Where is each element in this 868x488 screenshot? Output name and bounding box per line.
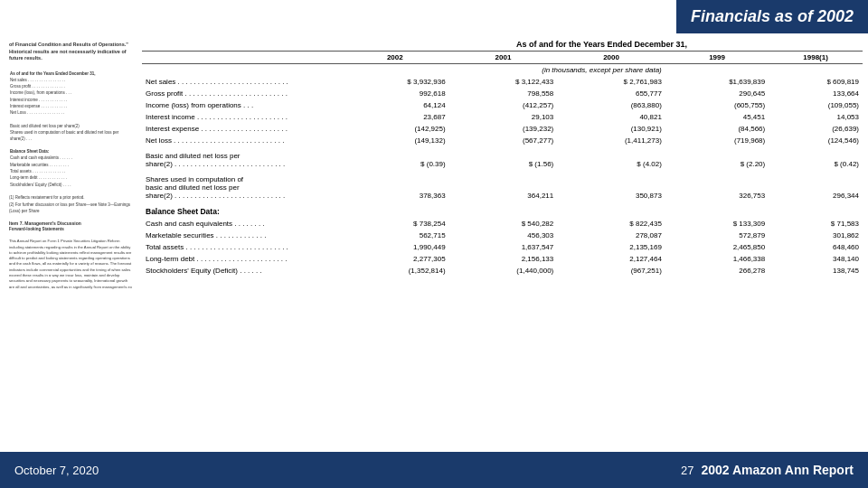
col-header-2000: 2000 bbox=[557, 52, 665, 64]
footer-page-number: 27 bbox=[681, 464, 693, 477]
row-val: 1,466,338 bbox=[665, 253, 769, 265]
row-val: (124,546) bbox=[769, 135, 863, 146]
row-val: 278,087 bbox=[557, 230, 665, 241]
table-row: Long-term debt . . . . . . . . . . . . .… bbox=[142, 253, 863, 265]
row-val: 798,558 bbox=[449, 88, 558, 99]
table-row: Marketable securities . . . . . . . . . … bbox=[142, 230, 863, 241]
row-val: 648,460 bbox=[769, 241, 863, 253]
financials-header: Financials as of 2002 bbox=[676, 0, 868, 33]
left-row-bold: Balance Sheet Data: bbox=[9, 149, 133, 155]
row-val: $ 3,932,936 bbox=[341, 76, 449, 88]
main-financial-panel: As of and for the Years Ended December 3… bbox=[142, 38, 863, 446]
row-val: $ 71,583 bbox=[769, 218, 863, 230]
col-header-2001: 2001 bbox=[449, 52, 558, 64]
row-label-eps: Basic and diluted net loss pershare(2) .… bbox=[142, 150, 341, 170]
footer-right: 27 2002 Amazon Ann Report bbox=[681, 463, 854, 477]
row-val: 2,277,305 bbox=[341, 253, 449, 265]
row-label-shares: Shares used in computation ofbasic and d… bbox=[142, 174, 341, 202]
row-val: (130,921) bbox=[557, 123, 665, 135]
row-val: $1,639,839 bbox=[665, 76, 769, 88]
row-val: (149,132) bbox=[341, 135, 449, 146]
left-item7-heading: Item 7. Management's Discussion bbox=[9, 221, 133, 227]
table-row: Interest income . . . . . . . . . . . . … bbox=[142, 111, 863, 123]
row-label-net-sales: Net sales . . . . . . . . . . . . . . . … bbox=[142, 76, 341, 88]
row-val: 133,664 bbox=[769, 88, 863, 99]
table-row: Gross profit . . . . . . . . . . . . . .… bbox=[142, 88, 863, 99]
row-val: 14,053 bbox=[769, 111, 863, 123]
footer-report-title: 2002 Amazon Ann Report bbox=[701, 463, 854, 477]
row-val: (967,251) bbox=[557, 265, 665, 277]
row-val: (1,411,273) bbox=[557, 135, 665, 146]
row-val: 301,862 bbox=[769, 230, 863, 241]
row-val: $ 738,254 bbox=[341, 218, 449, 230]
row-val: 456,303 bbox=[449, 230, 558, 241]
row-val: 29,103 bbox=[449, 111, 558, 123]
row-val: (567,277) bbox=[449, 135, 558, 146]
row-val: 290,645 bbox=[665, 88, 769, 99]
left-row: Income (loss), from operations . . . bbox=[9, 90, 133, 97]
left-forward-looking: Forward-looking Statements bbox=[9, 227, 133, 232]
row-val: 350,873 bbox=[557, 174, 665, 202]
left-row: Shares used in computation of basic and … bbox=[9, 130, 133, 143]
row-val: (1,440,000) bbox=[449, 265, 558, 277]
row-label-equity: Stockholders' Equity (Deficit) . . . . .… bbox=[142, 265, 341, 277]
table-label-header bbox=[142, 38, 341, 52]
table-row: Basic and diluted net loss pershare(2) .… bbox=[142, 150, 863, 170]
row-val: $ (0.42) bbox=[769, 150, 863, 170]
row-val: $ (2.20) bbox=[665, 150, 769, 170]
left-row: Basic and diluted net loss per share(2) bbox=[9, 123, 133, 129]
table-row: Total assets . . . . . . . . . . . . . .… bbox=[142, 241, 863, 253]
row-val: 378,363 bbox=[341, 174, 449, 202]
row-val: (412,257) bbox=[449, 99, 558, 111]
row-label-total-assets: Total assets . . . . . . . . . . . . . .… bbox=[142, 241, 341, 253]
left-row: Net sales . . . . . . . . . . . . . . . … bbox=[9, 77, 133, 83]
left-row: Cash and cash equivalents . . . . . . bbox=[9, 155, 133, 162]
row-label-marketable: Marketable securities . . . . . . . . . … bbox=[142, 230, 341, 241]
row-val: 64,124 bbox=[341, 99, 449, 111]
row-val: 326,753 bbox=[665, 174, 769, 202]
left-row: Stockholders' Equity (Deficit) . . . . bbox=[9, 182, 133, 188]
row-val: 992,618 bbox=[341, 88, 449, 99]
row-val: 2,127,464 bbox=[557, 253, 665, 265]
left-footnote: (1) Reflects restatement for a prior per… bbox=[9, 194, 133, 214]
row-val: $ 2,761,983 bbox=[557, 76, 665, 88]
row-label-cash: Cash and cash equivalents . . . . . . . … bbox=[142, 218, 341, 230]
row-val: $ 822,435 bbox=[557, 218, 665, 230]
row-val: (142,925) bbox=[341, 123, 449, 135]
table-row: Cash and cash equivalents . . . . . . . … bbox=[142, 218, 863, 230]
row-val: 40,821 bbox=[557, 111, 665, 123]
left-table-header: As of and for the Years Ended December 3… bbox=[9, 70, 133, 77]
left-summary-table: As of and for the Years Ended December 3… bbox=[9, 70, 133, 188]
row-val: 2,465,850 bbox=[665, 241, 769, 253]
left-body-text: This Annual Report on Form 1 Private Sec… bbox=[9, 239, 133, 290]
table-sub-header: (in thousands, except per share data) bbox=[341, 64, 863, 77]
table-row: Net sales . . . . . . . . . . . . . . . … bbox=[142, 76, 863, 88]
row-label-net-loss: Net loss . . . . . . . . . . . . . . . .… bbox=[142, 135, 341, 146]
row-val: (109,055) bbox=[769, 99, 863, 111]
footer-bar: October 7, 2020 27 2002 Amazon Ann Repor… bbox=[0, 452, 868, 488]
left-row: Interest expense . . . . . . . . . . . . bbox=[9, 104, 133, 110]
row-val: 364,211 bbox=[449, 174, 558, 202]
row-val: 655,777 bbox=[557, 88, 665, 99]
row-val: (26,639) bbox=[769, 123, 863, 135]
row-val: $ 609,819 bbox=[769, 76, 863, 88]
table-subheader-spacer bbox=[142, 64, 341, 77]
row-label-gross-profit: Gross profit . . . . . . . . . . . . . .… bbox=[142, 88, 341, 99]
row-val: 266,278 bbox=[665, 265, 769, 277]
left-row: Marketable securities . . . . . . . . . bbox=[9, 162, 133, 168]
row-label-interest-income: Interest income . . . . . . . . . . . . … bbox=[142, 111, 341, 123]
row-val: 348,140 bbox=[769, 253, 863, 265]
row-val: (1,352,814) bbox=[341, 265, 449, 277]
table-label-spacer bbox=[142, 52, 341, 64]
left-heading: of Financial Condition and Results of Op… bbox=[9, 42, 133, 62]
row-label-ltd: Long-term debt . . . . . . . . . . . . .… bbox=[142, 253, 341, 265]
left-row: Gross profit . . . . . . . . . . . . . .… bbox=[9, 84, 133, 90]
row-val: (139,232) bbox=[449, 123, 558, 135]
row-val: 2,156,133 bbox=[449, 253, 558, 265]
table-row: Interest expense . . . . . . . . . . . .… bbox=[142, 123, 863, 135]
row-val: 562,715 bbox=[341, 230, 449, 241]
row-val: (719,968) bbox=[665, 135, 769, 146]
table-row: Net loss . . . . . . . . . . . . . . . .… bbox=[142, 135, 863, 146]
section-header-balance: Balance Sheet Data: bbox=[142, 202, 863, 218]
left-row: Total assets . . . . . . . . . . . . . .… bbox=[9, 169, 133, 175]
